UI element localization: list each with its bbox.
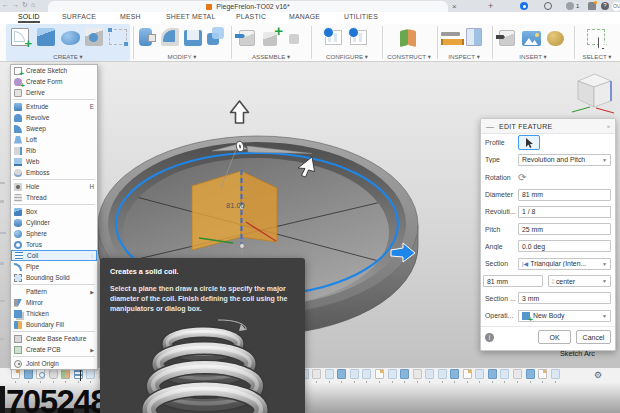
section-position-input[interactable]: 81 mm bbox=[483, 275, 543, 287]
info-icon[interactable]: i bbox=[485, 333, 494, 342]
section-select[interactable]: |◀Triangular (Inten...▼ bbox=[518, 258, 611, 270]
ok-button[interactable]: OK bbox=[538, 330, 571, 344]
cancel-button[interactable]: Cancel bbox=[576, 330, 611, 344]
menu-item-thread[interactable]: Thread bbox=[11, 192, 97, 203]
new-component-icon[interactable] bbox=[239, 30, 255, 46]
menu-item-revolve[interactable]: Revolve bbox=[11, 112, 97, 123]
panel-header[interactable]: — EDIT FEATURE » bbox=[481, 119, 615, 134]
inspect-group-label[interactable]: INSPECT ▾ bbox=[439, 53, 489, 60]
menu-item-boundary-fill[interactable]: Boundary Fill bbox=[11, 319, 97, 330]
timeline-feature-icon[interactable] bbox=[475, 369, 484, 379]
create-form-icon[interactable] bbox=[61, 31, 80, 45]
menu-item-loft[interactable]: Loft bbox=[11, 134, 97, 145]
timeline-feature-icon[interactable] bbox=[388, 369, 397, 379]
solid-primitive-icon[interactable] bbox=[37, 28, 55, 46]
section-analysis-icon[interactable] bbox=[466, 28, 482, 46]
timeline-feature-icon[interactable] bbox=[337, 369, 346, 379]
notifications-bell-icon[interactable] bbox=[588, 2, 596, 10]
configuration-table-icon[interactable] bbox=[350, 30, 367, 45]
combine-icon[interactable] bbox=[207, 33, 219, 45]
extension-icon[interactable] bbox=[520, 2, 528, 10]
modify-group-label[interactable]: MODIFY ▾ bbox=[135, 53, 229, 60]
measure-icon[interactable] bbox=[441, 28, 461, 48]
history-icon[interactable] bbox=[544, 2, 552, 10]
menu-item-pipe[interactable]: Pipe bbox=[11, 261, 97, 272]
timeline-feature-icon[interactable] bbox=[513, 369, 522, 379]
timeline-feature-icon[interactable] bbox=[488, 369, 497, 379]
timeline-feature-icon[interactable] bbox=[463, 369, 472, 379]
rigid-group-icon[interactable] bbox=[289, 34, 299, 44]
angle-input[interactable]: 0.0 deg bbox=[518, 240, 611, 252]
construct-group-label[interactable]: CONSTRUCT ▾ bbox=[384, 53, 434, 60]
ribbon-tab-utilities[interactable]: UTILITIES bbox=[344, 13, 378, 20]
menu-item-cylinder[interactable]: Cylinder bbox=[11, 217, 97, 228]
menu-item-web[interactable]: Web bbox=[11, 156, 97, 167]
section-size-input[interactable]: 3 mm bbox=[518, 292, 611, 304]
timeline-feature-icon[interactable] bbox=[500, 369, 509, 379]
primitive-torus-icon[interactable] bbox=[85, 28, 103, 46]
menu-item-emboss[interactable]: Emboss bbox=[11, 167, 97, 178]
panel-more-icon[interactable]: » bbox=[607, 123, 610, 129]
ribbon-tab-sheet-metal[interactable]: SHEET METAL bbox=[166, 13, 215, 20]
timeline-feature-icon[interactable] bbox=[425, 369, 434, 379]
menu-item-create-sketch[interactable]: Create Sketch bbox=[11, 65, 97, 76]
press-pull-icon[interactable] bbox=[139, 28, 152, 46]
timeline-feature-icon[interactable] bbox=[49, 369, 58, 379]
menu-item-sweep[interactable]: Sweep bbox=[11, 123, 97, 134]
menu-item-extrude[interactable]: ExtrudeE bbox=[11, 101, 97, 112]
timeline-feature-icon[interactable] bbox=[74, 369, 83, 379]
insert-group-label[interactable]: INSERT ▾ bbox=[494, 53, 572, 60]
avatar[interactable] bbox=[612, 2, 620, 11]
sketch-points-icon[interactable] bbox=[109, 29, 127, 45]
ribbon-tab-mesh[interactable]: MESH bbox=[120, 13, 141, 20]
menu-item-hole[interactable]: HoleH bbox=[11, 181, 97, 192]
type-select[interactable]: Revolution and Pitch▼ bbox=[518, 154, 611, 166]
menu-item-sphere[interactable]: Sphere bbox=[11, 228, 97, 239]
menu-item-create-base-feature[interactable]: Create Base Feature bbox=[11, 333, 97, 344]
diameter-input[interactable]: 81 mm bbox=[518, 189, 611, 201]
revolutions-input[interactable]: 1 / 8 bbox=[518, 206, 611, 218]
browser-tab[interactable]: PiegeFrelon-TO02 v16* bbox=[48, 1, 448, 12]
select-group-label[interactable]: SELECT ▾ bbox=[576, 53, 618, 60]
canvas-image-icon[interactable] bbox=[522, 31, 541, 46]
profile-icon[interactable] bbox=[566, 2, 574, 10]
timeline-feature-icon[interactable] bbox=[438, 369, 447, 379]
timeline-feature-icon[interactable] bbox=[36, 369, 45, 379]
collapse-icon[interactable]: — bbox=[486, 122, 494, 131]
browser-nav-icons[interactable]: ←→↻⌂ bbox=[2, 1, 38, 9]
menu-item-pattern[interactable]: Pattern▶ bbox=[11, 286, 97, 297]
menu-item-joint-origin[interactable]: Joint Origin bbox=[11, 358, 97, 369]
timeline-feature-icon[interactable] bbox=[86, 369, 95, 379]
timeline-feature-icon[interactable] bbox=[61, 369, 70, 379]
ribbon-tab-solid[interactable]: SOLID bbox=[18, 13, 40, 23]
timeline-feature-icon[interactable] bbox=[24, 369, 33, 379]
assemble-group-label[interactable]: ASSEMBLE ▾ bbox=[233, 53, 309, 60]
pitch-input[interactable]: 25 mm bbox=[518, 223, 611, 235]
timeline-feature-icon[interactable] bbox=[400, 369, 409, 379]
timeline-gear-icon[interactable]: ⚙ bbox=[594, 370, 602, 380]
timeline-feature-icon[interactable] bbox=[375, 369, 384, 379]
menu-item-rib[interactable]: Rib bbox=[11, 145, 97, 156]
menu-item-torus[interactable]: Torus bbox=[11, 239, 97, 250]
timeline-feature-icon[interactable] bbox=[450, 369, 459, 379]
insert-derive-icon[interactable] bbox=[499, 30, 515, 46]
menu-item-coil[interactable]: Coil⁞ bbox=[11, 250, 97, 261]
create-group-label[interactable]: CREATE ▾ bbox=[6, 53, 130, 60]
new-tab-icon[interactable]: + bbox=[488, 1, 493, 11]
menu-item-thicken[interactable]: Thicken bbox=[11, 308, 97, 319]
operation-select[interactable]: +New Body▼ bbox=[518, 310, 611, 322]
timeline-feature-icon[interactable] bbox=[538, 369, 547, 379]
timeline-feature-icon[interactable] bbox=[362, 369, 371, 379]
configuration-icon[interactable] bbox=[325, 30, 342, 45]
profile-select-button[interactable] bbox=[518, 135, 540, 150]
timeline-feature-icon[interactable] bbox=[350, 369, 359, 379]
construction-plane-icon[interactable] bbox=[398, 28, 418, 48]
timeline-feature-icon[interactable] bbox=[413, 369, 422, 379]
section-position-select[interactable]: ⁞center▼ bbox=[548, 275, 611, 287]
timeline-feature-icon[interactable] bbox=[551, 369, 560, 379]
configure-group-label[interactable]: CONFIGURE ▾ bbox=[313, 53, 381, 60]
ribbon-tab-manage[interactable]: MANAGE bbox=[289, 13, 320, 20]
timeline-feature-icon[interactable] bbox=[11, 369, 20, 379]
joint-icon[interactable] bbox=[263, 32, 277, 46]
menu-item-derive[interactable]: Derive bbox=[11, 87, 97, 98]
